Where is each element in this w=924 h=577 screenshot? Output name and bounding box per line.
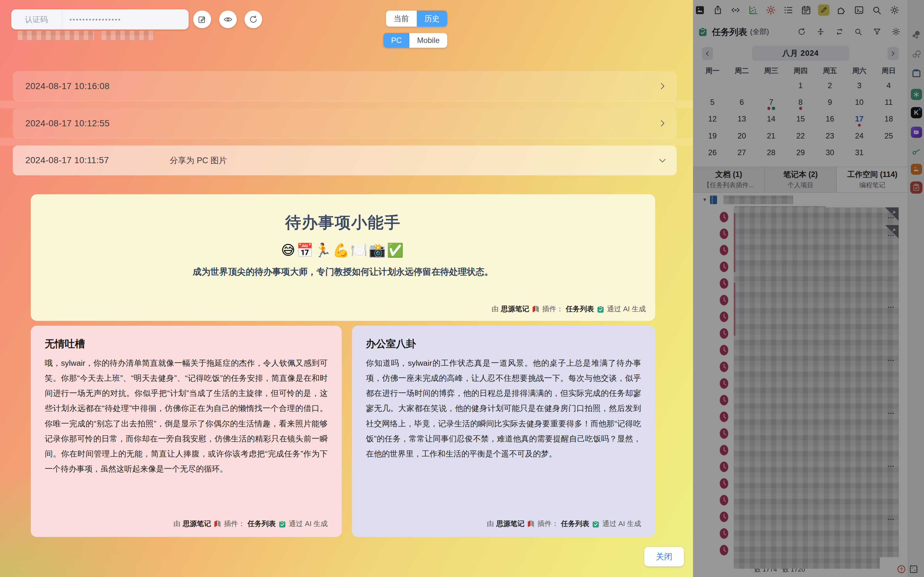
calendar-day-25[interactable]: 25 [874, 131, 903, 146]
calendar-day-empty [698, 80, 727, 95]
gear-red-icon[interactable] [765, 4, 777, 16]
window-icon[interactable] [910, 67, 923, 79]
next-month-button[interactable] [887, 47, 899, 60]
kimi-icon[interactable]: K [910, 106, 923, 119]
calendar-day-27[interactable]: 27 [727, 147, 756, 163]
auth-code-input[interactable]: •••••••••••••••• [62, 9, 189, 29]
puzzle-icon[interactable] [835, 4, 847, 16]
filter-icon[interactable] [873, 27, 882, 36]
tab-0[interactable]: 文档 (1)【任务列表插件... [693, 167, 765, 192]
settings-icon[interactable] [892, 27, 901, 36]
calendar-day-4[interactable]: 4 [874, 80, 903, 95]
key-icon[interactable] [910, 145, 923, 157]
history-row[interactable]: 2024-08-17 10:16:08 [13, 71, 676, 101]
window-toolbar [693, 0, 924, 19]
expand-icon[interactable] [909, 564, 919, 574]
more-icon[interactable]: … [887, 514, 895, 522]
history-row-expanded[interactable]: 2024-08-17 10:11:57 分享为 PC 图片 [13, 145, 676, 176]
calendar-day-6[interactable]: 6 [727, 97, 756, 112]
image-icon[interactable] [694, 4, 706, 16]
calendar-day-21[interactable]: 21 [756, 131, 786, 146]
tasklist-plugin-red-icon[interactable] [910, 181, 923, 194]
calendar-day-7[interactable]: 7 [756, 97, 786, 112]
help-icon[interactable]: ? [897, 564, 906, 574]
calendar-day-5[interactable]: 5 [698, 97, 727, 112]
calendar-day-12[interactable]: 12 [698, 113, 727, 129]
calendar-day-26[interactable]: 26 [698, 147, 727, 163]
more-icon[interactable]: … [887, 355, 895, 363]
calendar-day-8[interactable]: 8 [786, 97, 815, 112]
calendar-day-22[interactable]: 22 [786, 131, 815, 146]
code-icon[interactable] [730, 4, 741, 16]
task-clock-icon [719, 377, 729, 390]
more-icon[interactable]: … [887, 212, 895, 220]
toggle-history[interactable]: 历史 [417, 11, 447, 27]
toggle-pc[interactable]: PC [383, 33, 409, 48]
panel-title: 任务列表 [712, 26, 747, 38]
list-icon[interactable] [782, 4, 795, 16]
calendar-day-15[interactable]: 15 [786, 113, 815, 129]
calendar-day-29[interactable]: 29 [786, 147, 815, 163]
calendar-day-20[interactable]: 20 [727, 131, 756, 146]
tasklist-panel-header: 任务列表 (全部) [693, 21, 908, 42]
calendar-day-28[interactable]: 28 [756, 147, 786, 163]
more-icon[interactable]: … [887, 408, 895, 416]
more-icon[interactable]: … [887, 229, 895, 238]
prev-month-button[interactable] [702, 47, 713, 60]
scatter-icon[interactable] [747, 4, 759, 16]
calendar-icon[interactable] [800, 4, 812, 16]
calendar-day-3[interactable]: 3 [845, 80, 874, 95]
calendar-day-30[interactable]: 30 [815, 147, 845, 163]
calendar-day-14[interactable]: 14 [756, 113, 786, 129]
calendar-day-10[interactable]: 10 [845, 97, 874, 112]
toggle-current[interactable]: 当前 [386, 11, 417, 27]
calendar-day-11[interactable]: 11 [874, 97, 903, 112]
calendar-day-13[interactable]: 13 [727, 113, 756, 129]
calendar-day-2[interactable]: 2 [815, 80, 845, 95]
image-orange-icon[interactable] [910, 163, 923, 176]
edit-button[interactable] [193, 11, 211, 28]
calendar-day-19[interactable]: 19 [698, 131, 727, 146]
calendar-week-row: 262728293031 [698, 147, 903, 163]
more-icon[interactable]: … [887, 301, 895, 309]
task-clock-icon [719, 494, 729, 506]
share-icon[interactable] [712, 4, 724, 16]
weekday-label: 周五 [815, 66, 845, 76]
siyuan-logo-icon [531, 305, 540, 313]
calendar-month-label[interactable]: 八月 2024 [752, 46, 849, 61]
task-clock-icon [719, 544, 729, 556]
refresh-icon[interactable] [797, 27, 806, 36]
task-clock-icon [719, 444, 729, 456]
bubbles-icon[interactable] [910, 48, 923, 61]
refresh-button[interactable] [244, 11, 262, 28]
calendar-day-17[interactable]: 17 [845, 113, 874, 129]
calendar-day-24[interactable]: 24 [845, 131, 874, 146]
chatbot-icon[interactable] [910, 126, 923, 139]
toggle-mobile[interactable]: Mobile [409, 33, 447, 48]
preview-button[interactable] [219, 11, 237, 28]
transfer-icon[interactable] [835, 27, 844, 36]
notebook-tree-item[interactable]: ▼ [693, 195, 908, 207]
calendar-day-1[interactable]: 1 [786, 80, 815, 95]
row-gap [0, 138, 693, 145]
calendar-day-9[interactable]: 9 [815, 97, 845, 112]
close-button[interactable]: 关闭 [644, 547, 684, 566]
tab-1[interactable]: 笔记本 (2)个人项目 [765, 167, 837, 192]
chatgpt-icon[interactable] [910, 89, 923, 101]
weekday-label: 周四 [786, 66, 815, 76]
calendar-day-23[interactable]: 23 [815, 131, 845, 146]
search-icon[interactable] [871, 4, 883, 16]
more-icon[interactable]: … [887, 460, 895, 469]
pencil-icon[interactable] [818, 4, 830, 16]
history-row[interactable]: 2024-08-17 10:12:55 [13, 108, 676, 139]
status-bar: 数 1774 数 1720 ? [693, 557, 908, 577]
calendar-day-16[interactable]: 16 [815, 113, 845, 129]
collapse-icon[interactable] [816, 27, 825, 36]
calendar-day-18[interactable]: 18 [874, 113, 903, 129]
tab-2[interactable]: 工作空间 (114)编程笔记 [837, 167, 908, 192]
brightness-icon[interactable] [889, 4, 901, 16]
calendar-day-31[interactable]: 31 [845, 147, 874, 163]
terminal-icon[interactable] [853, 4, 865, 16]
dots-cluster-icon[interactable] [910, 29, 923, 41]
search-icon[interactable] [854, 27, 863, 36]
